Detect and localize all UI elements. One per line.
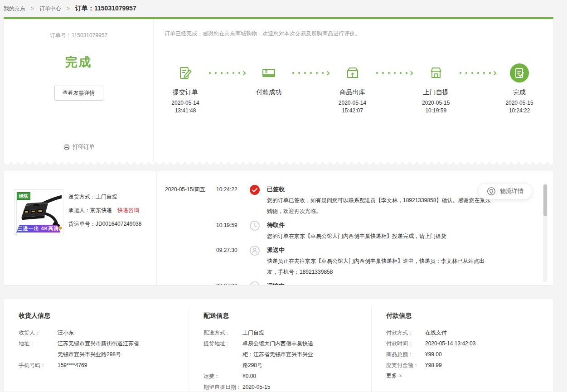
progress-step: 完成 2020-05-15 10:24:22	[499, 63, 539, 114]
step-time: 13:41:48	[175, 107, 196, 114]
delivery-method-label: 送货方式：	[68, 194, 96, 200]
print-order-button[interactable]: 打印订单	[63, 143, 95, 151]
info-row-value: 卓易公馆大门内西侧丰巢快递柜：江苏省无锡市宜兴市兴业路298号	[242, 338, 317, 371]
payment-icon	[261, 63, 276, 83]
print-order-label: 打印订单	[73, 143, 95, 151]
info-row: 手机号码： 159****4769	[19, 360, 189, 371]
delivery-info-section: 配送信息 配送方式： 上门自提 提货地址： 卓易公馆大门内西侧丰巢快递柜：江苏省…	[189, 307, 371, 392]
timeline-status-title: 派送中	[267, 246, 499, 255]
info-row: 地址： 江苏无锡市宜兴市新街街道江苏省无锡市宜兴市兴业路298号	[19, 338, 189, 360]
step-label: 商品出库	[340, 88, 365, 97]
timeline-entry: 09:27:30 派送中 快递员正在去往京东【卓易公馆大门内西侧丰巢快递柜】途中…	[165, 246, 499, 281]
info-row-label: 付款时间：	[386, 338, 425, 349]
shipment-info-column: 绿联	[4, 171, 157, 285]
step-label: 完成	[513, 88, 526, 97]
info-row: 付款时间： 2020-05-14 13:42:03	[386, 338, 553, 349]
info-row-value: ¥98.99	[425, 360, 442, 371]
timeline-time: 08:07:30	[216, 281, 242, 285]
arrow-right-icon	[408, 71, 413, 75]
payment-info-title: 付款信息	[386, 312, 553, 320]
timeline-time: 10:19:59	[216, 221, 242, 242]
step-date: 2020-05-15	[505, 100, 533, 106]
printer-icon	[63, 144, 70, 151]
delivery-info-title: 配送信息	[204, 312, 371, 320]
timeline-scrollbar-thumb[interactable]	[543, 184, 547, 216]
info-row: 应支付金额： ¥98.99	[386, 360, 553, 371]
info-row: 配送方式： 上门自提	[204, 327, 371, 338]
product-image[interactable]: 绿联	[14, 189, 63, 235]
step-date: 2020-05-14	[339, 100, 366, 106]
carrier-label: 承运人：	[68, 207, 90, 213]
payment-more-button[interactable]: 更多 »	[386, 371, 553, 381]
step-date: 2020-05-15	[422, 100, 450, 106]
info-row-value: 2020-05-15	[242, 382, 317, 392]
info-row-label: 配送方式：	[204, 327, 242, 338]
receipt-scallop-edge	[4, 162, 553, 165]
tracking-timeline-column: 2020-05-15/周五 10:24:22 已签收 您的订单已签收，如有疑问您…	[157, 171, 553, 285]
step-date: 2020-05-14	[171, 100, 199, 106]
timeline-entry: 2020-05-15/周五 10:24:22 已签收 您的订单已签收，如有疑问您…	[165, 185, 499, 221]
info-row-value: ¥0.00	[242, 371, 317, 382]
view-invoice-button[interactable]: 查看发票详情	[54, 86, 103, 101]
info-row: 运费： ¥0.00	[204, 371, 371, 382]
order-edit-icon	[178, 63, 193, 83]
info-row-value: 在线支付	[425, 327, 447, 338]
breadcrumb-current-order: 订单：115031079957	[75, 5, 136, 13]
progress-step: 商品出库 2020-05-14 15:42:07	[333, 63, 373, 114]
delivery-method-value: 上门自提	[96, 194, 117, 200]
timeline-status-desc: 您的订单已签收，如有疑问您可以联系配送员【李文林，18921339858】确认。…	[267, 195, 494, 217]
dotted-line	[460, 72, 495, 74]
timeline-date	[165, 281, 213, 285]
shipment-panel: 绿联	[4, 171, 553, 286]
info-row-value: 江苏无锡市宜兴市新街街道江苏省无锡市宜兴市兴业路298号	[58, 338, 142, 360]
courier-icon	[250, 246, 260, 256]
info-row-label: 应支付金额：	[386, 360, 425, 371]
breadcrumb-separator: >	[31, 5, 34, 12]
consignee-info-section: 收货人信息 收货人： 汪小东 地址： 江苏无锡市宜兴市新街街道江苏省无锡市宜兴市…	[4, 307, 189, 392]
logistics-detail-button[interactable]: 物流详情	[478, 183, 532, 199]
arrow-right-icon	[242, 71, 246, 75]
clock-icon	[250, 221, 260, 231]
step-label: 提交订单	[173, 88, 198, 97]
timeline-status-title: 待取件	[267, 221, 499, 230]
brand-badge: 绿联	[17, 192, 30, 200]
info-row-label: 提货地址：	[204, 338, 242, 371]
progress-step: 上门自提 2020-05-15 10:19:59	[416, 63, 456, 114]
timeline-status-title: 已签收	[267, 185, 499, 194]
courier-consult-link[interactable]: 快递咨询	[117, 207, 139, 213]
info-row-value: 汪小东	[58, 327, 142, 338]
step-label: 付款成功	[256, 88, 281, 97]
order-number: 订单号：115031079957	[50, 32, 107, 39]
step-time: 10:19:59	[425, 107, 446, 114]
payment-info-section: 付款信息 付款方式： 在线支付 付款时间： 2020-05-14 13:42:0…	[371, 307, 553, 392]
complete-icon	[510, 63, 529, 83]
timeline-status-desc: 快递员正在去往京东【卓易公馆大门内西侧丰巢快递柜】途中，快递员：李文林已从站点出…	[267, 256, 494, 277]
truck-icon	[250, 281, 260, 285]
info-row: 期望自提日期： 2020-05-15	[204, 382, 371, 392]
progress-step: 付款成功	[249, 63, 289, 101]
location-pin-icon	[487, 187, 496, 196]
dotted-line	[209, 72, 244, 74]
progress-step: 提交订单 2020-05-14 13:41:48	[165, 63, 205, 114]
info-row-label: 手机号码：	[19, 360, 58, 371]
info-row-label: 收货人：	[19, 327, 58, 338]
timeline-date: 2020-05-15/周五	[165, 185, 213, 217]
order-status: 完成	[65, 54, 92, 70]
logistics-detail-label: 物流详情	[500, 187, 523, 195]
timeline-scrollbar[interactable]	[543, 184, 548, 282]
chevron-down-icon: »	[396, 374, 406, 377]
timeline-date	[165, 221, 213, 242]
breadcrumb-home[interactable]: 我的京东	[4, 5, 25, 13]
tracking-number-value: JD0016407249038	[96, 221, 141, 227]
warehouse-icon	[345, 63, 360, 83]
breadcrumb-order-center[interactable]: 订单中心	[39, 5, 61, 13]
timeline-entry: 08:07:30 运输中	[165, 281, 499, 285]
shipment-details: 送货方式：上门自提 承运人：京东快递快递咨询 货运单号：JD0016407249…	[68, 189, 141, 285]
dotted-line	[376, 72, 412, 74]
step-connector	[289, 63, 332, 83]
info-row: 收货人： 汪小东	[19, 327, 189, 338]
info-row-value: 上门自提	[242, 327, 317, 338]
breadcrumb-separator: >	[67, 5, 70, 12]
order-info-panel: 收货人信息 收货人： 汪小东 地址： 江苏无锡市宜兴市新街街道江苏省无锡市宜兴市…	[4, 299, 553, 392]
carrier-value: 京东快递	[90, 207, 112, 213]
